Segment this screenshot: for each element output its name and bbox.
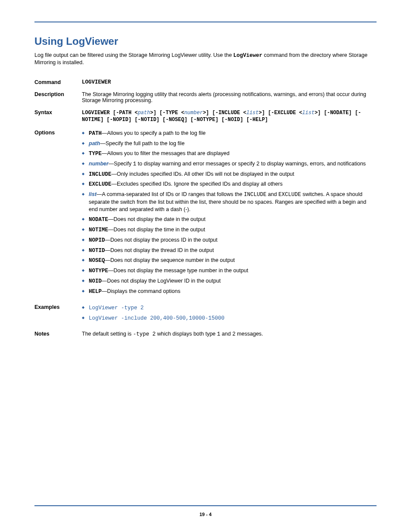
option-item: path—Specify the full path to the log fi… — [82, 140, 377, 147]
option-text: to display warnings, errors, and notific… — [259, 161, 366, 167]
syntax-block: LOGVIEWER [-PATH <path>] [-TYPE <number>… — [82, 109, 377, 124]
label-notes: Notes — [34, 331, 82, 337]
option-keyword: PATH — [89, 131, 102, 137]
example-item: LogViewer -include 200,400-500,10000-150… — [82, 314, 377, 322]
option-text: and — [266, 191, 278, 197]
label-options: Options — [34, 130, 82, 298]
option-keyword: path — [89, 140, 100, 146]
option-item: NOPID—Does not display the process ID in… — [82, 236, 377, 244]
description-text: The Storage Mirroring logging utility th… — [82, 91, 377, 103]
example-item: LogViewer -type 2 — [82, 304, 377, 312]
notes-code: 2 — [232, 331, 236, 337]
option-item: EXCLUDE—Excludes specified IDs. Ignore t… — [82, 180, 377, 188]
option-keyword: TYPE — [89, 151, 102, 157]
syntax-text: >] [-TYPE < — [150, 110, 184, 116]
option-text: —Does not display the thread ID in the o… — [105, 247, 214, 253]
option-text: to display warning and error messages or… — [136, 161, 256, 167]
option-code: EXCLUDE — [278, 192, 301, 198]
option-item: TYPE—Allows you to filter the messages t… — [82, 150, 377, 158]
intro-text-1: Log file output can be filtered using th… — [34, 52, 234, 58]
option-text: —Does not display the time in the output — [108, 227, 205, 233]
option-text: —Does not display the message type numbe… — [108, 268, 248, 274]
notes-pre: The default setting is — [82, 331, 133, 337]
option-keyword: NOTYPE — [89, 268, 108, 274]
option-text: —Does not display the process ID in the … — [105, 237, 218, 243]
notes-mid2: and — [220, 331, 232, 337]
option-keyword: NOTIME — [89, 227, 108, 233]
option-item: NOID—Does not display the LogViewer ID i… — [82, 277, 377, 285]
option-text: —Does not display the date in the output — [108, 216, 206, 222]
definition-table: Command LOGVIEWER Description The Storag… — [34, 79, 377, 337]
option-item: NODATE—Does not display the date in the … — [82, 216, 377, 224]
notes-code: -type 2 — [133, 331, 156, 337]
option-item: PATH—Allows you to specify a path to the… — [82, 130, 377, 137]
option-item: list—A comma-separated list of IDs or ID… — [82, 191, 377, 213]
option-text: —Allows you to filter the messages that … — [102, 150, 230, 156]
notes-post: messages. — [236, 331, 263, 337]
option-text: —Excludes specified IDs. Ignore the spec… — [112, 181, 283, 187]
option-text: —Does not display the sequence number in… — [105, 257, 235, 263]
option-item: INCLUDE—Only includes specified IDs. All… — [82, 171, 377, 178]
option-text: —Only includes specified IDs. All other … — [112, 171, 295, 177]
option-keyword: number — [89, 161, 109, 167]
notes-text: The default setting is -type 2 which dis… — [82, 331, 377, 337]
option-text: —Specify the full path to the log file — [100, 140, 184, 146]
option-keyword: NOPID — [89, 237, 105, 243]
option-item: number—Specify 1 to display warning and … — [82, 160, 377, 168]
option-text: —Does not display the LogViewer ID in th… — [102, 278, 221, 284]
syntax-text: >] [-INCLUDE < — [203, 110, 246, 116]
option-text: —A comma-separated list of IDs or ID ran… — [97, 191, 244, 197]
label-description: Description — [34, 91, 82, 103]
option-item: HELP—Displays the command options — [82, 288, 377, 296]
notes-mid: which displays both type — [156, 331, 217, 337]
intro-code: LogViewer — [234, 53, 263, 59]
option-text: —Allows you to specify a path to the log… — [102, 130, 206, 136]
page-heading: Using LogViewer — [34, 35, 377, 47]
example-code: LogViewer -include 200,400-500,10000-150… — [89, 315, 224, 321]
syntax-param: path — [138, 110, 150, 116]
option-item: NOTIME—Does not display the time in the … — [82, 226, 377, 234]
page-container: Using LogViewer Log file output can be f… — [0, 0, 411, 532]
examples-list: LogViewer -type 2LogViewer -include 200,… — [82, 304, 377, 325]
option-item: NOSEQ—Does not display the sequence numb… — [82, 257, 377, 264]
option-keyword: NOSEQ — [89, 258, 105, 264]
command-value: LOGVIEWER — [82, 79, 377, 85]
option-keyword: NODATE — [89, 217, 108, 223]
options-list: PATH—Allows you to specify a path to the… — [82, 130, 377, 298]
option-item: NOTID—Does not display the thread ID in … — [82, 247, 377, 255]
option-keyword: HELP — [89, 289, 102, 295]
option-item: NOTYPE—Does not display the message type… — [82, 267, 377, 275]
option-keyword: NOID — [89, 278, 102, 284]
syntax-param: number — [184, 110, 203, 116]
option-keyword: EXCLUDE — [89, 181, 112, 187]
example-code: LogViewer -type 2 — [89, 305, 144, 311]
label-syntax: Syntax — [34, 109, 82, 124]
top-rule — [34, 22, 377, 22]
label-command: Command — [34, 79, 82, 85]
option-text: —Specify — [109, 161, 133, 167]
syntax-param: list — [302, 110, 314, 116]
intro-paragraph: Log file output can be filtered using th… — [34, 52, 377, 66]
option-keyword: INCLUDE — [89, 171, 112, 177]
option-keyword: NOTID — [89, 248, 105, 254]
syntax-text: >] [-EXCLUDE < — [259, 110, 302, 116]
bottom-rule — [34, 505, 377, 506]
syntax-param: list — [246, 110, 259, 116]
option-text: —Displays the command options — [102, 288, 181, 294]
option-keyword: list — [89, 191, 97, 197]
option-code: INCLUDE — [244, 192, 267, 198]
syntax-text: LOGVIEWER [-PATH < — [82, 110, 138, 116]
page-number: 19 - 4 — [0, 512, 411, 517]
label-examples: Examples — [34, 304, 82, 325]
